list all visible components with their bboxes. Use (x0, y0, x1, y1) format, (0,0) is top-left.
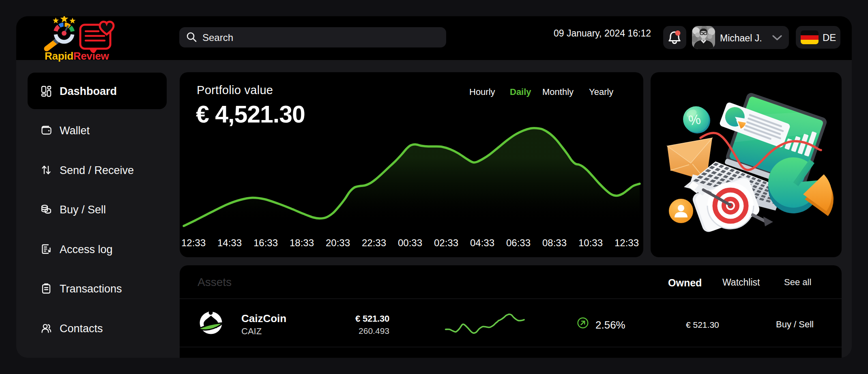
svg-text:22:33: 22:33 (362, 237, 386, 248)
svg-text:%: % (688, 111, 702, 128)
svg-text:04:33: 04:33 (470, 237, 494, 248)
svg-text:06:33: 06:33 (506, 237, 531, 248)
svg-text:08:33: 08:33 (542, 237, 567, 248)
svg-text:14:33: 14:33 (217, 237, 242, 248)
svg-text:16:33: 16:33 (254, 237, 278, 248)
svg-text:02:33: 02:33 (434, 237, 458, 248)
svg-text:20:33: 20:33 (326, 237, 350, 248)
svg-text:12:33: 12:33 (181, 237, 206, 248)
svg-text:00:33: 00:33 (398, 237, 422, 248)
svg-text:12:33: 12:33 (614, 237, 639, 248)
svg-text:RapidReview: RapidReview (45, 50, 110, 62)
svg-text:18:33: 18:33 (290, 237, 314, 248)
svg-text:10:33: 10:33 (578, 237, 603, 248)
